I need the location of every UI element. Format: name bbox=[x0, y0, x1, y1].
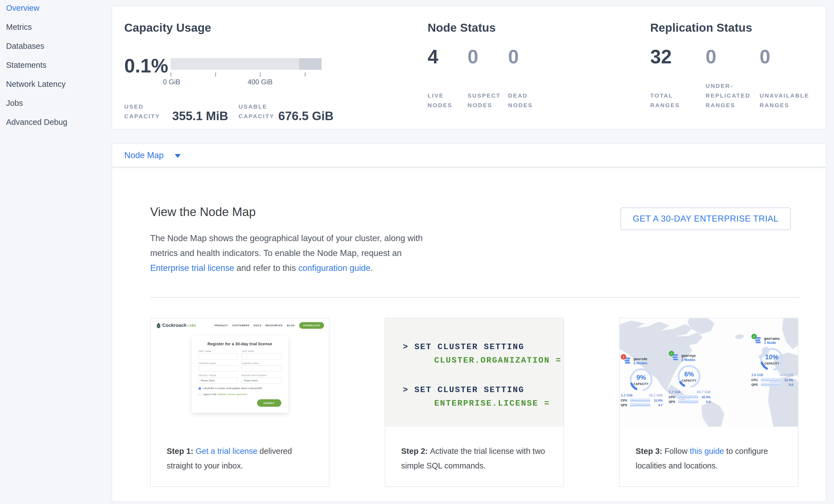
capacity-total: 65.7 GiB bbox=[697, 390, 710, 394]
step3-caption: Step 3: Follow this guide to configure l… bbox=[620, 427, 798, 473]
qps-sparkline bbox=[678, 400, 699, 403]
cpu-value: 12.3% bbox=[784, 378, 793, 382]
unavailable-ranges-label: UNAVAILABLE RANGES bbox=[760, 91, 813, 110]
cpu-label: CPU bbox=[621, 399, 630, 402]
check-icon: ✓ bbox=[669, 351, 674, 356]
sidebar-item-statements[interactable]: Statements bbox=[6, 55, 112, 75]
cpu-value: 42.5% bbox=[701, 395, 710, 399]
check-icon: ✓ bbox=[751, 334, 757, 339]
capacity-values: USED CAPACITY 355.1 MiB USABLE CAPACITY … bbox=[124, 102, 334, 122]
mini-input bbox=[242, 353, 281, 359]
node-map-description: The Node Map shows the geographical layo… bbox=[150, 231, 426, 276]
step1-caption: Step 1: Get a trial license delivered st… bbox=[151, 427, 329, 473]
cpu-value: 11.0% bbox=[654, 399, 663, 402]
steps-row: Cockroach LABS PRODUCT CUSTOMERS DOCS RE… bbox=[150, 318, 798, 487]
registration-page-thumbnail: Cockroach LABS PRODUCT CUSTOMERS DOCS RE… bbox=[151, 318, 329, 427]
mini-field-label: PROJECT PHASE bbox=[199, 374, 238, 376]
mini-select: Please Select bbox=[242, 377, 281, 384]
mini-input bbox=[199, 353, 238, 359]
capacity-bar-reserved-segment bbox=[299, 58, 322, 70]
step3-card: ! geo=sfo 2 Nodes bbox=[619, 318, 798, 487]
capacity-label: CAPACITY bbox=[627, 382, 656, 386]
mini-nav-item: RESOURCES bbox=[266, 324, 283, 327]
node-status-title: Node Status bbox=[427, 21, 543, 35]
view-mode-selected-value[interactable]: Node Map bbox=[124, 151, 164, 160]
this-guide-link[interactable]: this guide bbox=[690, 447, 724, 456]
sidebar-item-network-latency[interactable]: Network Latency bbox=[6, 74, 112, 94]
under-replicated-ranges-label: UNDER-REPLICATED RANGES bbox=[706, 81, 755, 110]
mini-input bbox=[242, 366, 281, 371]
total-ranges-label: TOTAL RANGES bbox=[650, 91, 685, 110]
step1-label: Step 1: bbox=[167, 447, 196, 456]
sql-prompt: > bbox=[403, 342, 409, 352]
mini-checkbox-checked bbox=[199, 388, 201, 390]
mini-license-link: Software License Agreement. bbox=[217, 393, 248, 396]
sidebar-item-metrics[interactable]: Metrics bbox=[6, 17, 112, 37]
mini-registration-form: Register for a 30-day trial license FIRS… bbox=[192, 336, 288, 413]
qps-label: QPS bbox=[621, 403, 630, 407]
capacity-bar: 0 GiB 400 GiB bbox=[171, 58, 322, 91]
node-locality: geo=ams bbox=[764, 336, 780, 341]
sql-commands-block: > SET CLUSTER SETTING CLUSTER.ORGANIZATI… bbox=[385, 318, 564, 427]
sql-prompt: > bbox=[403, 385, 409, 395]
description-text: The Node Map shows the geographical layo… bbox=[150, 234, 423, 258]
qps-value: 4.7 bbox=[658, 403, 663, 407]
mini-field-label: COMPANY EMAIL bbox=[242, 363, 281, 364]
capacity-used: 3.6 GiB bbox=[751, 373, 763, 377]
configuration-guide-link[interactable]: configuration guide bbox=[299, 263, 371, 273]
step2-card: > SET CLUSTER SETTING CLUSTER.ORGANIZATI… bbox=[385, 318, 564, 487]
node-map-promo-panel: View the Node Map The Node Map shows the… bbox=[112, 168, 827, 502]
sidebar-item-jobs[interactable]: Jobs bbox=[6, 93, 112, 113]
capacity-bar-track bbox=[171, 58, 322, 70]
mini-checkbox-empty bbox=[199, 394, 201, 396]
axis-tick bbox=[260, 72, 261, 76]
sidebar-item-advanced-debug[interactable]: Advanced Debug bbox=[6, 112, 112, 132]
mini-select: Please Select bbox=[199, 377, 238, 384]
total-ranges-value: 32 bbox=[650, 47, 706, 66]
map-node-nyc: ✓ geo=nyc 2 Nodes bbox=[669, 353, 713, 403]
get-enterprise-trial-button[interactable]: GET A 30-DAY ENTERPRISE TRIAL bbox=[620, 207, 791, 230]
used-capacity-label: USED CAPACITY bbox=[124, 102, 171, 121]
mini-nav-item: PRODUCT bbox=[215, 324, 228, 327]
enterprise-trial-license-link[interactable]: Enterprise trial license bbox=[150, 263, 234, 273]
dead-nodes-value: 0 bbox=[508, 47, 543, 66]
axis-tick bbox=[215, 72, 216, 76]
capacity-percent: 0.1% bbox=[124, 57, 171, 75]
mini-download-button: DOWNLOAD bbox=[299, 322, 324, 329]
qps-label: QPS bbox=[669, 400, 678, 403]
capacity-total: 34.4 GiB bbox=[780, 373, 793, 377]
mini-nav: PRODUCT CUSTOMERS DOCS RESOURCES BLOG DO… bbox=[211, 322, 324, 329]
capacity-used: 3.7 GiB bbox=[669, 390, 681, 394]
mini-field-label: REASON FOR INTEREST bbox=[242, 374, 281, 376]
mini-nav-item: BLOG bbox=[287, 324, 294, 327]
capacity-percent: 9% bbox=[627, 374, 656, 381]
capacity-total: 35.1 GiB bbox=[649, 394, 663, 397]
node-count: 1 Node bbox=[764, 341, 780, 345]
capacity-gauge-ring: 10% CAPACITY bbox=[758, 346, 786, 373]
node-count: 2 Nodes bbox=[681, 358, 696, 362]
axis-tick-label: 400 GiB bbox=[248, 78, 272, 86]
sidebar-item-overview[interactable]: Overview bbox=[6, 0, 112, 18]
node-map-thumbnail: ! geo=sfo 2 Nodes bbox=[620, 318, 798, 427]
mini-nav-item: CUSTOMERS bbox=[232, 324, 249, 327]
sidebar: Overview Metrics Databases Statements Ne… bbox=[0, 0, 112, 504]
map-node-ams: ✓ geo=ams 1 Node bbox=[751, 336, 795, 386]
qps-value: 0.0 bbox=[706, 400, 710, 403]
logo-text: Cockroach bbox=[162, 323, 186, 328]
get-trial-license-link[interactable]: Get a trial license bbox=[196, 447, 257, 456]
capacity-gauge-ring: 9% CAPACITY bbox=[627, 367, 656, 393]
live-nodes-value: 4 bbox=[427, 47, 467, 66]
cpu-sparkline bbox=[678, 395, 699, 399]
axis-tick bbox=[305, 72, 306, 76]
page-title: View the Node Map bbox=[150, 205, 256, 219]
capacity-percent: 10% bbox=[758, 353, 786, 361]
unavailable-ranges-value: 0 bbox=[760, 47, 813, 66]
replication-status-title: Replication Status bbox=[650, 21, 813, 35]
node-locality: geo=sfo bbox=[633, 357, 648, 361]
sidebar-item-databases[interactable]: Databases bbox=[6, 36, 112, 56]
capacity-used: 3.2 GiB bbox=[621, 394, 633, 397]
mini-checkbox-label: I agree to the bbox=[203, 393, 217, 396]
mini-submit-button: SUBMIT bbox=[257, 399, 281, 407]
view-mode-dropdown[interactable]: Node Map bbox=[112, 143, 827, 167]
capacity-gauge: 0.1% 0 GiB 400 GiB bbox=[124, 57, 322, 91]
